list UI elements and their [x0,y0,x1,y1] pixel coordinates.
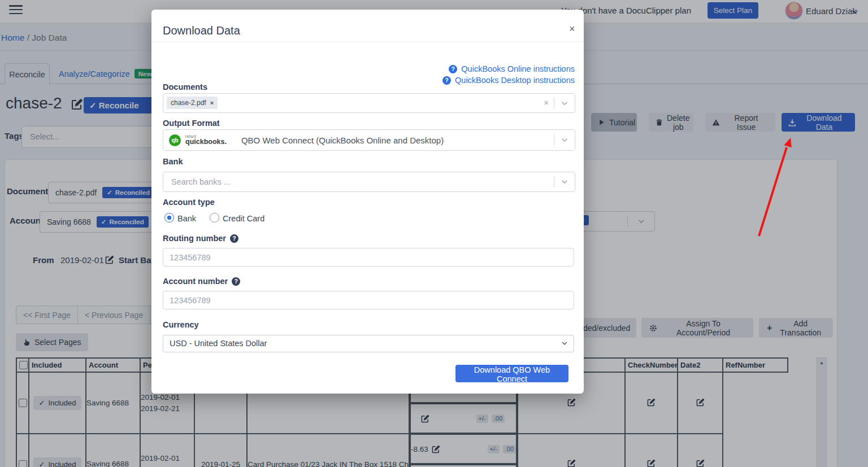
chevron-down-icon[interactable] [561,136,568,144]
output-format-label: Output Format [163,119,220,128]
account-type-credit-card-option[interactable]: Credit Card [210,213,264,223]
currency-value: USD - United States Dollar [170,339,267,348]
currency-label: Currency [163,320,199,329]
red-annotation-arrow [752,134,799,242]
bank-select[interactable] [163,172,575,192]
account-number-label: Account number ? [163,277,240,286]
select-divider [554,134,554,146]
app-root: You don't have a DocuClipper plan Select… [0,0,868,467]
bank-option-label: Bank [177,214,196,223]
bank-label: Bank [163,157,183,166]
download-qbo-web-connect-button[interactable]: Download QBO Web Connect [455,365,568,382]
download-data-modal: Download Data × ? QuickBooks Online inst… [151,10,584,394]
help-icon[interactable]: ? [230,234,238,243]
clear-selection-icon[interactable]: × [544,98,549,107]
radio-unselected-icon[interactable] [210,213,219,222]
quickbooks-label: quickbooks. [185,138,227,146]
document-chip: chase-2.pdf × [167,97,218,109]
quickbooks-wordmark: intuit quickbooks. [185,135,227,146]
question-circle-icon: ? [442,76,451,85]
quickbooks-desktop-instructions-link[interactable]: ? QuickBooks Desktop instructions [442,76,575,85]
document-chip-label: chase-2.pdf [171,99,206,107]
account-number-label-text: Account number [163,277,228,286]
modal-divider [151,41,584,42]
routing-number-label: Routing number ? [163,234,238,243]
quickbooks-online-instructions-link[interactable]: ? QuickBooks Online instructions [449,64,575,73]
currency-select[interactable]: USD - United States Dollar [163,335,574,352]
help-icon[interactable]: ? [232,277,240,286]
account-type-options: Bank Credit Card [164,213,264,223]
close-icon[interactable]: × [566,23,579,36]
routing-number-label-text: Routing number [163,234,226,243]
qbo-desktop-link-label: QuickBooks Desktop instructions [455,76,575,85]
credit-card-option-label: Credit Card [223,214,264,223]
question-circle-icon: ? [449,65,457,73]
quickbooks-logo-icon: qb [169,134,181,146]
select-divider [554,176,554,187]
routing-number-input[interactable] [163,248,574,267]
account-number-input[interactable] [163,291,574,309]
documents-label: Documents [163,82,207,91]
documents-select[interactable]: chase-2.pdf × × [163,93,575,113]
account-type-label: Account type [163,198,215,207]
output-format-select[interactable]: qb intuit quickbooks. QBO Web Connect (Q… [163,129,575,151]
bank-search-input[interactable] [170,177,398,187]
qbo-online-link-label: QuickBooks Online instructions [461,64,575,73]
modal-title: Download Data [163,24,240,37]
account-type-bank-option[interactable]: Bank [164,213,196,223]
radio-selected-icon[interactable] [164,213,174,222]
chevron-down-icon [561,340,568,347]
chevron-down-icon[interactable] [561,178,568,186]
chevron-down-icon[interactable] [561,99,568,107]
output-format-value: QBO Web Connect (QuickBooks Online and D… [241,136,444,145]
remove-document-icon[interactable]: × [210,99,214,106]
select-divider [554,98,554,109]
